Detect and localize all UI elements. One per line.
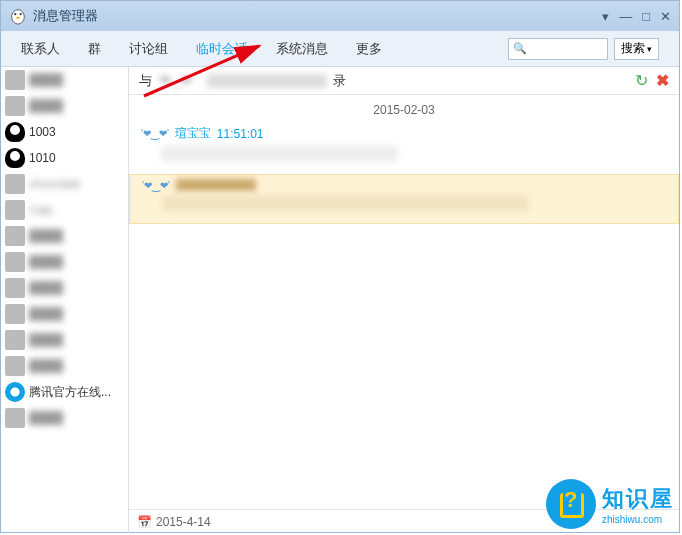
message-body (161, 146, 398, 162)
contact-item[interactable]: 腾讯官方在线... (1, 379, 128, 405)
contact-name: 1010 (29, 151, 56, 165)
contact-item[interactable]: ████ (1, 301, 128, 327)
contact-name: ████ (29, 99, 63, 113)
contact-name: ████ (29, 359, 63, 373)
message: '❤‿❤' 瑄宝宝 11:51:01 (129, 121, 679, 174)
toolbar: 联系人 群 讨论组 临时会话 系统消息 更多 🔍 搜索 ▾ (1, 31, 679, 67)
avatar (5, 174, 25, 194)
maximize-button[interactable]: □ (642, 9, 650, 24)
search-input[interactable] (527, 42, 603, 56)
contact-name: ████ (29, 229, 63, 243)
watermark-title: 知识屋 (602, 484, 674, 514)
avatar (5, 200, 25, 220)
tab-temp-sessions[interactable]: 临时会话 (196, 40, 248, 58)
search-button[interactable]: 搜索 ▾ (614, 38, 659, 60)
dropdown-icon[interactable]: ▾ (602, 9, 609, 24)
app-icon (9, 7, 27, 25)
avatar (5, 70, 25, 90)
chat-panel: 与 '❤‿❤' 录 ↻ ✖ 2015-02-03 '❤‿❤' 瑄宝宝 11:51… (129, 67, 679, 533)
search-box[interactable]: 🔍 (508, 38, 608, 60)
calendar-icon[interactable]: 📅 (137, 515, 152, 529)
contact-item[interactable]: ████ (1, 223, 128, 249)
search-icon: 🔍 (513, 42, 527, 55)
refresh-icon[interactable]: ↻ (635, 71, 648, 90)
avatar (5, 226, 25, 246)
close-button[interactable]: ✕ (660, 9, 671, 24)
contact-item[interactable]: ████ (1, 93, 128, 119)
contact-item[interactable]: chocolate (1, 171, 128, 197)
delete-icon[interactable]: ✖ (656, 71, 669, 90)
avatar (5, 122, 25, 142)
avatar (5, 382, 25, 402)
avatar (5, 356, 25, 376)
avatar (5, 96, 25, 116)
chat-header: 与 '❤‿❤' 录 ↻ ✖ (129, 67, 679, 95)
svg-point-1 (14, 13, 16, 15)
tab-groups[interactable]: 群 (88, 40, 101, 58)
contact-name: ████ (29, 281, 63, 295)
contact-item[interactable]: ████ (1, 353, 128, 379)
tab-discussions[interactable]: 讨论组 (129, 40, 168, 58)
watermark: 知识屋 zhishiwu.com (546, 479, 674, 529)
watermark-badge-icon (546, 479, 596, 529)
avatar (5, 278, 25, 298)
avatar (5, 408, 25, 428)
contact-name: ████ (29, 411, 63, 425)
contact-item[interactable]: Ualy (1, 197, 128, 223)
svg-point-3 (16, 17, 20, 19)
contact-item[interactable]: ████ (1, 405, 128, 431)
chevron-down-icon: ▾ (647, 44, 652, 54)
avatar (5, 304, 25, 324)
contact-name: 1003 (29, 125, 56, 139)
avatar (5, 148, 25, 168)
tab-contacts[interactable]: 联系人 (21, 40, 60, 58)
avatar (5, 330, 25, 350)
window-title: 消息管理器 (33, 7, 602, 25)
minimize-button[interactable]: — (619, 9, 632, 24)
contact-name: Ualy (29, 203, 53, 217)
message-sender (176, 179, 256, 191)
contact-name: ████ (29, 73, 63, 87)
message-sender: 瑄宝宝 (175, 125, 211, 142)
tab-system-messages[interactable]: 系统消息 (276, 40, 328, 58)
contact-name: ████ (29, 307, 63, 321)
avatar (5, 252, 25, 272)
contact-name: ████ (29, 255, 63, 269)
contact-name: chocolate (29, 177, 80, 191)
contact-item[interactable]: 1010 (1, 145, 128, 171)
date-separator: 2015-02-03 (129, 95, 679, 121)
titlebar: 消息管理器 ▾ — □ ✕ (1, 1, 679, 31)
contact-name: 腾讯官方在线... (29, 384, 111, 401)
contact-item[interactable]: ████ (1, 249, 128, 275)
message-body (162, 195, 529, 211)
message-time: 11:51:01 (217, 127, 264, 141)
svg-point-2 (20, 13, 22, 15)
contact-item[interactable]: ████ (1, 327, 128, 353)
tab-more[interactable]: 更多 (356, 40, 382, 58)
sidebar: ████████10031010chocolateUaly███████████… (1, 67, 129, 533)
contact-name: ████ (29, 333, 63, 347)
heart-icon: '❤‿❤' (141, 128, 169, 139)
contact-item[interactable]: ████ (1, 67, 128, 93)
contact-item[interactable]: ████ (1, 275, 128, 301)
contact-item[interactable]: 1003 (1, 119, 128, 145)
message-highlighted[interactable]: '❤‿❤' (129, 174, 679, 224)
footer-date: 2015-4-14 (156, 515, 211, 529)
heart-icon: '❤‿❤' (142, 180, 170, 191)
watermark-url: zhishiwu.com (602, 514, 674, 525)
